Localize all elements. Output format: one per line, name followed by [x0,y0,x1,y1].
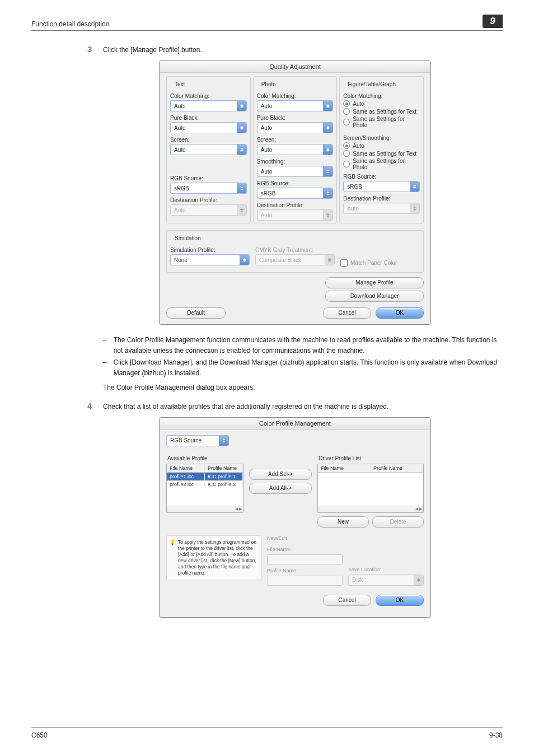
qa-ok-button[interactable]: OK [376,307,424,319]
file-name-label: File Name: [267,547,343,552]
ftg-rgb-source-combo[interactable]: sRGB [343,181,420,192]
notes-block: –The Color Profile Management function c… [103,335,503,378]
ftg-cm-auto-radio[interactable]: Auto [343,100,420,107]
cpm-appears-text: The Color Profile Management dialog box … [103,382,503,393]
simulation-legend: Simulation [172,235,203,241]
profile-name-input [267,576,343,586]
profile-name-label: Profile Name: [267,568,343,573]
file-name-input [267,554,343,564]
manage-profile-button[interactable]: Manage Profile [325,277,424,288]
page-badge: 9 [483,15,503,28]
new-button[interactable]: New [317,516,369,528]
cm-label: Color Matching: [170,93,247,99]
rgb-label: RGB Source: [170,175,247,181]
cpm-ok-button[interactable]: OK [376,595,424,606]
color-profile-management-dialog: Color Profile Management RGB Source Avai… [159,417,431,618]
step-3-number: 3 [87,44,103,54]
ftg-ss-sametext-radio[interactable]: Same as Settings for Text [343,150,420,157]
default-button[interactable]: Default [166,307,226,319]
cpm-cancel-button[interactable]: Cancel [323,595,371,606]
simulation-profile-combo[interactable]: None [170,254,250,265]
footer-right: 9-38 [489,731,503,739]
qa-cancel-button[interactable]: Cancel [323,307,371,319]
step-3-text: Click the [Manage Profile] button. [103,45,503,55]
quality-adjustment-title: Quality Adjustment [160,61,430,73]
ftg-ss-samephoto-radio[interactable]: Same as Settings for Photo [343,158,420,170]
ftg-cm-sametext-radio[interactable]: Same as Settings for Text [343,108,420,115]
photo-color-matching-combo[interactable]: Auto [257,100,334,111]
text-rgb-source-combo[interactable]: sRGB [170,183,247,194]
dest-label: Destination Profile: [170,197,247,203]
tip-box: To apply the settings programmed on the … [166,535,261,580]
photo-smoothing-combo[interactable]: Auto [257,166,334,177]
step-4-text: Check that a list of available profiles … [103,402,503,412]
text-pure-black-combo[interactable]: Auto [170,122,247,133]
cpm-source-combo[interactable]: RGB Source [166,435,229,446]
add-all-button[interactable]: Add All-> [249,483,312,494]
available-profile-label: Available Profile [167,455,243,461]
text-color-matching-combo[interactable]: Auto [170,100,247,111]
step-4-number: 4 [87,401,103,410]
driver-profile-list-label: Driver Profile List [318,455,424,461]
pb-label: Pure Black: [170,115,247,121]
footer-left: C650 [31,731,48,739]
section-title: Function detail description [31,20,483,28]
download-manager-button[interactable]: Download Manager [325,291,424,302]
add-sel-button[interactable]: Add Sel-> [249,469,312,480]
cmyk-gray-combo: Composite Black [255,254,335,265]
text-dest-profile-combo: Auto [170,204,247,216]
text-legend: Text [172,81,187,87]
photo-pure-black-combo[interactable]: Auto [257,122,334,133]
match-paper-color-check[interactable]: Match Paper Color [340,259,397,267]
list-item[interactable]: profile2.icc ICC profile 2 [167,480,243,488]
ftg-cm-samephoto-radio[interactable]: Same as Settings for Photo [343,116,420,128]
ftg-dest-profile-combo: Auto [343,203,420,214]
delete-button: Delete [372,516,424,528]
screen-label: Screen: [170,137,247,143]
quality-adjustment-dialog: Quality Adjustment Text Color Matching: … [159,60,431,325]
ftg-legend: Figure/Table/Graph [345,81,398,87]
cpm-title: Color Profile Management [160,418,430,430]
photo-legend: Photo [259,81,278,87]
available-profile-list[interactable]: File Name Profile Name profile1.icc ICC … [166,464,243,513]
photo-screen-combo[interactable]: Auto [257,144,334,155]
save-location-combo: Disk [348,575,424,586]
driver-profile-list[interactable]: File Name Profile Name ◀ ▶ [317,464,424,513]
photo-dest-profile-combo: Auto [257,209,334,221]
photo-rgb-source-combo[interactable]: sRGB [257,188,334,199]
text-screen-combo[interactable]: Auto [170,144,247,155]
ftg-ss-auto-radio[interactable]: Auto [343,142,420,149]
save-location-label: Save Location: [348,567,424,572]
list-item[interactable]: profile1.icc ICC profile 1 [167,473,243,480]
